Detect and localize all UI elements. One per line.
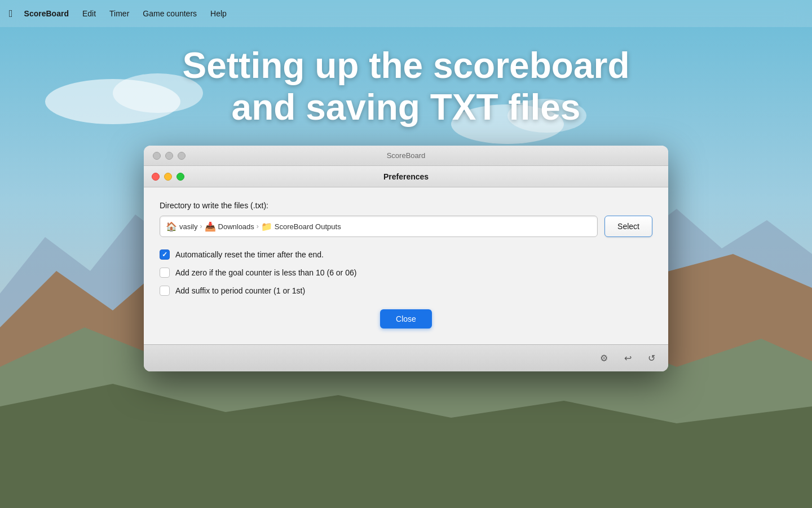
pref-close-button[interactable]	[152, 173, 160, 181]
checkbox-row-3: Add suffix to period counter (1 or 1st)	[160, 286, 652, 296]
main-window-titlebar: ScoreBoard	[144, 146, 668, 166]
refresh-icon[interactable]: ↺	[643, 351, 659, 366]
main-window-title: ScoreBoard	[387, 151, 426, 160]
preferences-title: Preferences	[383, 172, 429, 181]
preferences-content: Directory to write the files (.txt): 🏠 v…	[144, 187, 668, 344]
checkbox-row-2: Add zero if the goal counter is less tha…	[160, 268, 652, 278]
path-part1: vasily	[179, 222, 198, 231]
checkbox-auto-reset[interactable]	[160, 249, 170, 260]
path-folder-icon: 📁	[261, 221, 272, 232]
directory-row: 🏠 vasily › 📥 Downloads › 📁 ScoreBoard Ou…	[160, 216, 652, 237]
close-button-area: Close	[160, 309, 652, 329]
menubar-app-name[interactable]: ScoreBoard	[19, 7, 74, 20]
main-traffic-lights	[153, 152, 186, 160]
checkbox-add-suffix-label: Add suffix to period counter (1 or 1st)	[175, 286, 305, 295]
path-sep2: ›	[257, 222, 259, 230]
directory-path: 🏠 vasily › 📥 Downloads › 📁 ScoreBoard Ou…	[160, 216, 598, 237]
menubar-timer[interactable]: Timer	[104, 7, 135, 20]
heading-area: Setting up the scoreboard and saving TXT…	[0, 34, 812, 139]
checkbox-add-zero-label: Add zero if the goal counter is less tha…	[175, 268, 356, 277]
close-btn[interactable]: Close	[380, 309, 432, 329]
checkbox-row-1: Automatically reset the timer after the …	[160, 249, 652, 260]
preferences-titlebar: Preferences	[144, 166, 668, 187]
checkbox-add-suffix[interactable]	[160, 286, 170, 296]
path-part3: ScoreBoard Outputs	[275, 222, 341, 231]
menubar-edit[interactable]: Edit	[77, 7, 102, 20]
select-button[interactable]: Select	[604, 216, 652, 237]
directory-label: Directory to write the files (.txt):	[160, 201, 652, 210]
checkbox-auto-reset-label: Automatically reset the timer after the …	[175, 250, 324, 259]
pref-traffic-lights	[152, 173, 184, 181]
menubar-help[interactable]: Help	[205, 7, 232, 20]
checkbox-add-zero[interactable]	[160, 268, 170, 278]
apple-logo-icon[interactable]: 	[9, 8, 13, 20]
pref-minimize-button[interactable]	[164, 173, 172, 181]
scoreboard-window: ScoreBoard Preferences Directory to writ…	[144, 146, 668, 371]
path-downloads-icon: 📥	[205, 221, 216, 232]
gear-icon[interactable]: ⚙	[596, 351, 612, 366]
heading-text: Setting up the scoreboard and saving TXT…	[11, 45, 801, 128]
bottom-toolbar: ⚙ ↩ ↺	[144, 344, 668, 371]
path-sep1: ›	[200, 222, 202, 230]
menubar:  ScoreBoard Edit Timer Game counters He…	[0, 0, 812, 27]
undo-icon[interactable]: ↩	[620, 351, 636, 366]
main-minimize-button[interactable]	[165, 152, 173, 160]
preferences-window: Preferences Directory to write the files…	[144, 166, 668, 344]
heading-line2: and saving TXT files	[232, 87, 581, 128]
heading-line1: Setting up the scoreboard	[183, 45, 630, 86]
pref-maximize-button[interactable]	[176, 173, 184, 181]
menubar-game-counters[interactable]: Game counters	[137, 7, 202, 20]
path-part2: Downloads	[218, 222, 254, 231]
main-close-button[interactable]	[153, 152, 161, 160]
path-home-icon: 🏠	[166, 221, 177, 232]
main-maximize-button[interactable]	[178, 152, 186, 160]
